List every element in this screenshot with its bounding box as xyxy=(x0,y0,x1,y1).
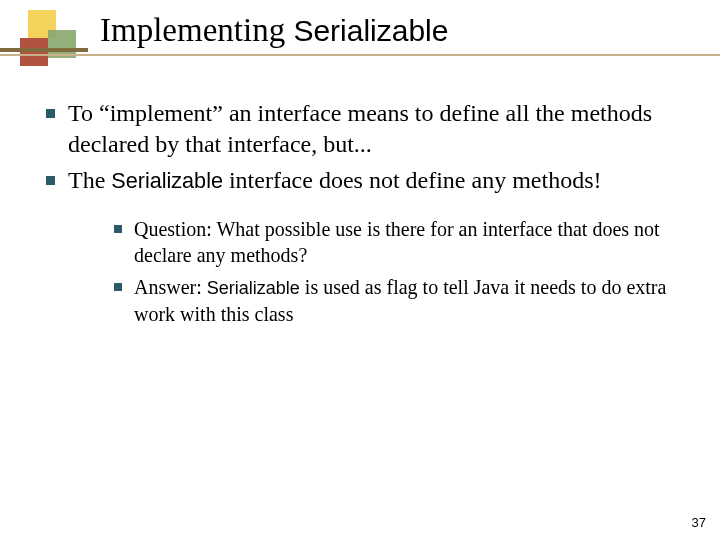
sub-bullet-item: Question: What possible use is there for… xyxy=(108,216,680,268)
title-underline-long xyxy=(0,54,720,56)
bullet-text: Answer: xyxy=(134,276,207,298)
slide-body: To “implement” an interface means to def… xyxy=(0,70,720,327)
code-inline: Serializable xyxy=(111,168,223,193)
bullet-text: To “implement” an interface means to def… xyxy=(68,100,652,157)
slide-header: Implementing Serializable xyxy=(0,0,720,70)
bullet-item: The Serializable interface does not defi… xyxy=(40,165,680,326)
bullet-text: Question: What possible use is there for… xyxy=(134,218,660,266)
bullet-text: The xyxy=(68,167,111,193)
bullet-text: interface does not define any methods! xyxy=(223,167,602,193)
title-code: Serializable xyxy=(293,14,448,47)
bullet-list: To “implement” an interface means to def… xyxy=(40,98,680,327)
sub-bullet-item: Answer: Serializable is used as flag to … xyxy=(108,274,680,326)
code-inline: Serializable xyxy=(207,278,300,298)
title-underline-short xyxy=(0,48,88,52)
slide-title: Implementing Serializable xyxy=(100,12,448,49)
title-text: Implementing xyxy=(100,12,293,48)
bullet-item: To “implement” an interface means to def… xyxy=(40,98,680,159)
decor-square-red xyxy=(20,38,48,66)
sub-bullet-list: Question: What possible use is there for… xyxy=(108,216,680,326)
page-number: 37 xyxy=(692,515,706,530)
